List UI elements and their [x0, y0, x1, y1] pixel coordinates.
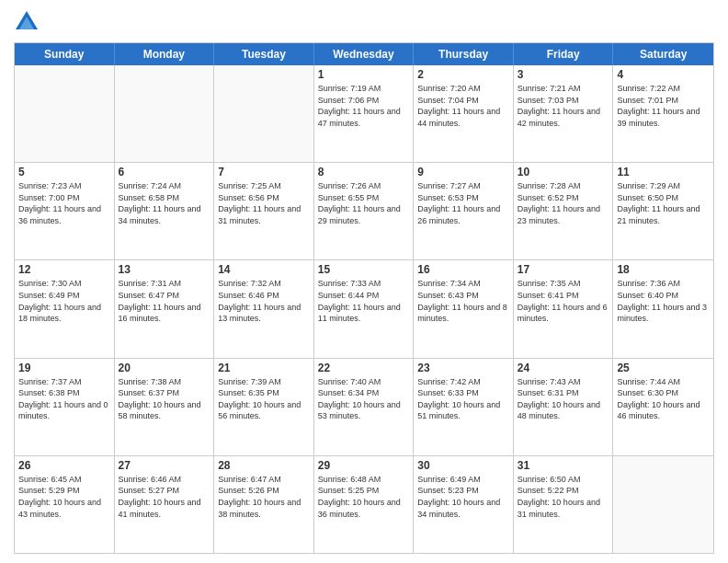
cell-text: Sunset: 6:38 PM [18, 387, 110, 399]
cell-text: Daylight: 11 hours and 29 minutes. [318, 203, 410, 226]
calendar-cell: 5Sunrise: 7:23 AMSunset: 7:00 PMDaylight… [15, 163, 115, 259]
calendar-cell: 13Sunrise: 7:31 AMSunset: 6:47 PMDayligh… [115, 260, 215, 357]
cell-text: Sunrise: 7:36 AM [617, 278, 710, 290]
cell-text: Daylight: 11 hours and 16 minutes. [119, 302, 210, 325]
cell-text: Daylight: 11 hours and 34 minutes. [119, 203, 210, 226]
cell-text: Daylight: 10 hours and 31 minutes. [518, 497, 609, 520]
calendar-cell: 2Sunrise: 7:20 AMSunset: 7:04 PMDaylight… [414, 65, 514, 162]
logo [14, 9, 43, 35]
calendar-cell: 14Sunrise: 7:32 AMSunset: 6:46 PMDayligh… [214, 260, 314, 357]
cell-text: Daylight: 10 hours and 41 minutes. [119, 497, 210, 520]
calendar-cell: 28Sunrise: 6:47 AMSunset: 5:26 PMDayligh… [214, 456, 314, 553]
cell-text: Sunrise: 7:29 AM [617, 180, 710, 192]
day-number: 3 [518, 68, 609, 81]
calendar-cell: 7Sunrise: 7:25 AMSunset: 6:56 PMDaylight… [214, 163, 314, 259]
calendar-cell: 8Sunrise: 7:26 AMSunset: 6:55 PMDaylight… [314, 163, 415, 259]
cell-text: Sunrise: 7:23 AM [18, 180, 110, 192]
cell-text: Sunrise: 7:34 AM [417, 278, 509, 290]
cell-text: Daylight: 10 hours and 51 minutes. [417, 399, 509, 422]
cell-text: Sunrise: 7:21 AM [518, 83, 609, 95]
day-number: 1 [318, 68, 410, 81]
header-cell-saturday: Saturday [613, 43, 713, 65]
day-number: 5 [18, 166, 110, 178]
cell-text: Sunrise: 6:45 AM [18, 474, 110, 486]
calendar-cell: 16Sunrise: 7:34 AMSunset: 6:43 PMDayligh… [414, 260, 514, 357]
cell-text: Sunrise: 7:19 AM [318, 83, 410, 95]
calendar-cell: 10Sunrise: 7:28 AMSunset: 6:52 PMDayligh… [514, 163, 614, 259]
cell-text: Sunset: 6:56 PM [218, 192, 310, 204]
day-number: 17 [518, 263, 609, 276]
calendar-row: 26Sunrise: 6:45 AMSunset: 5:29 PMDayligh… [15, 456, 713, 553]
header-cell-friday: Friday [514, 43, 614, 65]
calendar-cell: 23Sunrise: 7:42 AMSunset: 6:33 PMDayligh… [414, 359, 514, 455]
cell-text: Sunset: 6:53 PM [417, 192, 509, 204]
cell-text: Sunset: 6:31 PM [518, 387, 609, 399]
cell-text: Daylight: 11 hours and 11 minutes. [318, 302, 410, 325]
day-number: 6 [119, 166, 210, 178]
cell-text: Daylight: 11 hours and 8 minutes. [417, 302, 509, 325]
cell-text: Daylight: 11 hours and 0 minutes. [18, 399, 110, 422]
cell-text: Daylight: 11 hours and 36 minutes. [18, 203, 110, 226]
calendar-cell: 22Sunrise: 7:40 AMSunset: 6:34 PMDayligh… [314, 359, 415, 455]
cell-text: Daylight: 10 hours and 34 minutes. [417, 497, 509, 520]
calendar-cell: 26Sunrise: 6:45 AMSunset: 5:29 PMDayligh… [15, 456, 115, 553]
logo-icon [14, 9, 40, 35]
cell-text: Daylight: 11 hours and 13 minutes. [218, 302, 310, 325]
cell-text: Sunrise: 7:38 AM [119, 376, 210, 388]
cell-text: Daylight: 11 hours and 21 minutes. [617, 203, 710, 226]
cell-text: Sunset: 6:40 PM [617, 290, 710, 302]
cell-text: Daylight: 10 hours and 38 minutes. [218, 497, 310, 520]
cell-text: Daylight: 10 hours and 48 minutes. [518, 399, 609, 422]
header-cell-monday: Monday [115, 43, 215, 65]
calendar-cell: 4Sunrise: 7:22 AMSunset: 7:01 PMDaylight… [613, 65, 713, 162]
cell-text: Daylight: 10 hours and 53 minutes. [318, 399, 410, 422]
cell-text: Daylight: 11 hours and 31 minutes. [218, 203, 310, 226]
calendar-cell: 31Sunrise: 6:50 AMSunset: 5:22 PMDayligh… [514, 456, 614, 553]
cell-text: Sunrise: 7:42 AM [417, 376, 509, 388]
cell-text: Sunset: 5:29 PM [18, 485, 110, 497]
day-number: 24 [518, 362, 609, 374]
cell-text: Sunset: 5:22 PM [518, 485, 609, 497]
cell-text: Sunset: 7:01 PM [617, 95, 710, 107]
cell-text: Sunrise: 7:40 AM [318, 376, 410, 388]
day-number: 10 [518, 166, 609, 178]
calendar-cell: 12Sunrise: 7:30 AMSunset: 6:49 PMDayligh… [15, 260, 115, 357]
cell-text: Daylight: 10 hours and 58 minutes. [119, 399, 210, 422]
cell-text: Sunset: 5:27 PM [119, 485, 210, 497]
page: SundayMondayTuesdayWednesdayThursdayFrid… [0, 0, 728, 563]
calendar-cell: 6Sunrise: 7:24 AMSunset: 6:58 PMDaylight… [115, 163, 215, 259]
calendar-cell: 21Sunrise: 7:39 AMSunset: 6:35 PMDayligh… [214, 359, 314, 455]
cell-text: Daylight: 10 hours and 56 minutes. [218, 399, 310, 422]
cell-text: Sunset: 6:33 PM [417, 387, 509, 399]
calendar-cell: 11Sunrise: 7:29 AMSunset: 6:50 PMDayligh… [613, 163, 713, 259]
calendar-cell: 27Sunrise: 6:46 AMSunset: 5:27 PMDayligh… [115, 456, 215, 553]
day-number: 28 [218, 459, 310, 472]
cell-text: Daylight: 10 hours and 36 minutes. [318, 497, 410, 520]
day-number: 29 [318, 459, 410, 472]
day-number: 7 [218, 166, 310, 178]
calendar-cell [15, 65, 115, 162]
cell-text: Sunset: 7:03 PM [518, 95, 609, 107]
day-number: 19 [18, 362, 110, 374]
cell-text: Sunrise: 7:26 AM [318, 180, 410, 192]
day-number: 13 [119, 263, 210, 276]
header-cell-tuesday: Tuesday [214, 43, 314, 65]
calendar-cell [613, 456, 713, 553]
calendar-cell: 15Sunrise: 7:33 AMSunset: 6:44 PMDayligh… [314, 260, 415, 357]
cell-text: Daylight: 10 hours and 43 minutes. [18, 497, 110, 520]
cell-text: Sunset: 6:47 PM [119, 290, 210, 302]
cell-text: Sunrise: 7:25 AM [218, 180, 310, 192]
day-number: 18 [617, 263, 710, 276]
cell-text: Sunrise: 7:44 AM [617, 376, 710, 388]
day-number: 2 [417, 68, 509, 81]
day-number: 15 [318, 263, 410, 276]
calendar-cell: 20Sunrise: 7:38 AMSunset: 6:37 PMDayligh… [115, 359, 215, 455]
cell-text: Sunset: 6:30 PM [617, 387, 710, 399]
cell-text: Daylight: 11 hours and 18 minutes. [18, 302, 110, 325]
cell-text: Sunset: 6:52 PM [518, 192, 609, 204]
day-number: 21 [218, 362, 310, 374]
cell-text: Sunrise: 6:50 AM [518, 474, 609, 486]
cell-text: Sunrise: 7:28 AM [518, 180, 609, 192]
cell-text: Sunset: 6:43 PM [417, 290, 509, 302]
day-number: 31 [518, 459, 609, 472]
